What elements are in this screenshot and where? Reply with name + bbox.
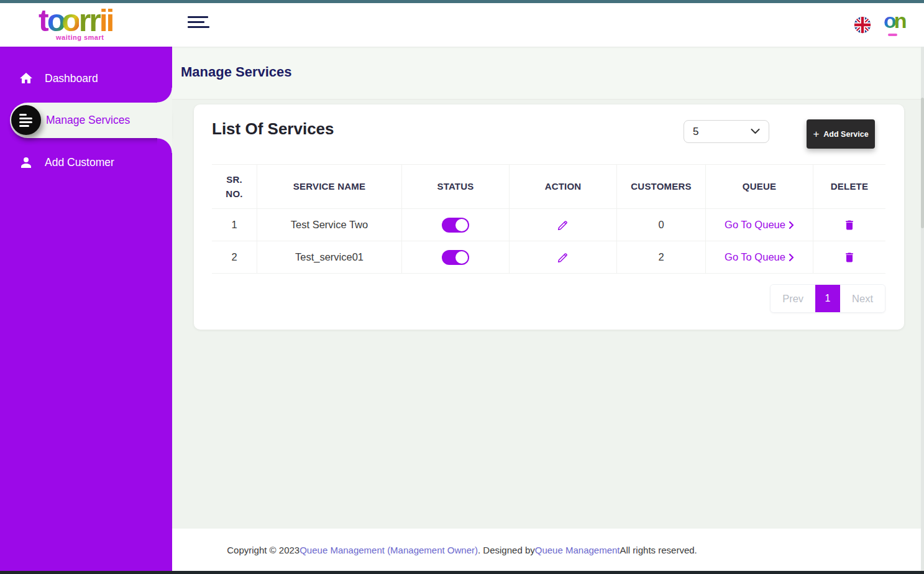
delete-cell bbox=[813, 209, 885, 241]
pencil-icon bbox=[556, 218, 570, 232]
footer-designer-link[interactable]: Queue Management bbox=[535, 545, 620, 555]
delete-cell bbox=[813, 241, 885, 274]
sidebar-item-label: Manage Services bbox=[46, 114, 130, 127]
delete-button[interactable] bbox=[841, 216, 858, 234]
scrollbar-track[interactable] bbox=[921, 47, 924, 571]
uk-flag-icon[interactable] bbox=[854, 16, 871, 34]
page-size-value: 5 bbox=[693, 126, 698, 138]
col-header-delete: DELETE bbox=[813, 164, 885, 209]
footer-rights-text: All rights reserved. bbox=[620, 545, 697, 555]
add-service-label: Add Service bbox=[823, 130, 868, 139]
footer-owner-link[interactable]: Queue Management (Management Owner) bbox=[300, 545, 478, 555]
person-icon bbox=[19, 155, 34, 170]
bottom-border-line bbox=[0, 571, 924, 574]
card-title: List Of Services bbox=[212, 119, 334, 139]
action-cell bbox=[510, 209, 617, 241]
footer-middle-text: . Designed by bbox=[478, 545, 535, 555]
action-cell bbox=[510, 241, 617, 274]
next-page-button[interactable]: Next bbox=[840, 285, 885, 312]
page-title: Manage Services bbox=[181, 64, 292, 80]
footer-copyright-text: Copyright © 2023 bbox=[227, 545, 300, 555]
toggle-knob bbox=[455, 219, 468, 231]
col-header-customers: CUSTOMERS bbox=[617, 164, 706, 209]
trash-icon bbox=[843, 218, 856, 232]
top-header-bar: toorrii waiting smart on bbox=[0, 0, 924, 47]
sidebar: Dashboard Manage Services Add Customer bbox=[0, 47, 172, 574]
edit-button[interactable] bbox=[554, 216, 572, 234]
service-name-cell: Test Service Two bbox=[257, 209, 402, 241]
pencil-icon bbox=[556, 251, 570, 264]
trash-icon bbox=[843, 251, 856, 264]
menu-icon[interactable] bbox=[188, 16, 211, 32]
home-icon bbox=[19, 71, 34, 86]
col-header-sr-no: SR. NO. bbox=[212, 164, 257, 209]
add-service-button[interactable]: + Add Service bbox=[807, 119, 875, 149]
plus-icon: + bbox=[813, 129, 819, 139]
col-header-queue: QUEUE bbox=[706, 164, 813, 209]
status-cell bbox=[402, 209, 510, 241]
chevron-down-icon bbox=[751, 129, 760, 134]
chevron-right-icon bbox=[789, 221, 794, 229]
services-card: List Of Services 5 + Add Service SR. NO.… bbox=[194, 104, 904, 330]
sidebar-item-label: Add Customer bbox=[45, 156, 114, 169]
col-header-status: STATUS bbox=[402, 164, 510, 209]
status-toggle[interactable] bbox=[442, 218, 469, 233]
status-cell bbox=[402, 241, 510, 274]
top-border-line bbox=[0, 0, 924, 3]
sidebar-item-add-customer[interactable]: Add Customer bbox=[0, 147, 172, 178]
customers-cell: 2 bbox=[617, 241, 706, 274]
list-icon bbox=[11, 105, 41, 135]
queue-cell: Go To Queue bbox=[706, 241, 813, 274]
sidebar-item-dashboard[interactable]: Dashboard bbox=[0, 63, 172, 94]
sr-no-cell: 2 bbox=[212, 241, 257, 274]
toggle-knob bbox=[455, 251, 468, 264]
col-header-service-name: SERVICE NAME bbox=[257, 164, 402, 209]
customers-cell: 0 bbox=[617, 209, 706, 241]
brand-tagline: waiting smart bbox=[56, 34, 104, 41]
services-table: SR. NO. SERVICE NAME STATUS ACTION CUSTO… bbox=[212, 164, 885, 274]
go-to-queue-link[interactable]: Go To Queue bbox=[725, 251, 794, 263]
current-page-button[interactable]: 1 bbox=[815, 285, 840, 312]
on-mini-logo[interactable]: on bbox=[884, 9, 913, 39]
queue-cell: Go To Queue bbox=[706, 209, 813, 241]
service-name-cell: Test_service01 bbox=[257, 241, 402, 274]
edit-button[interactable] bbox=[554, 248, 572, 267]
delete-button[interactable] bbox=[841, 248, 858, 267]
col-header-action: ACTION bbox=[510, 164, 617, 209]
pagination: Prev 1 Next bbox=[770, 284, 885, 313]
brand-logo[interactable]: toorrii waiting smart bbox=[39, 2, 144, 45]
scrollbar-thumb[interactable] bbox=[921, 98, 924, 228]
go-to-queue-link[interactable]: Go To Queue bbox=[725, 219, 794, 231]
mini-logo-squiggle bbox=[888, 34, 897, 36]
status-toggle[interactable] bbox=[442, 250, 469, 265]
prev-page-button[interactable]: Prev bbox=[771, 285, 815, 312]
sidebar-item-label: Dashboard bbox=[45, 72, 98, 85]
sr-no-cell: 1 bbox=[212, 209, 257, 241]
sidebar-item-manage-services[interactable]: Manage Services bbox=[10, 103, 172, 138]
chevron-right-icon bbox=[789, 254, 794, 261]
page-size-select[interactable]: 5 bbox=[684, 120, 769, 143]
